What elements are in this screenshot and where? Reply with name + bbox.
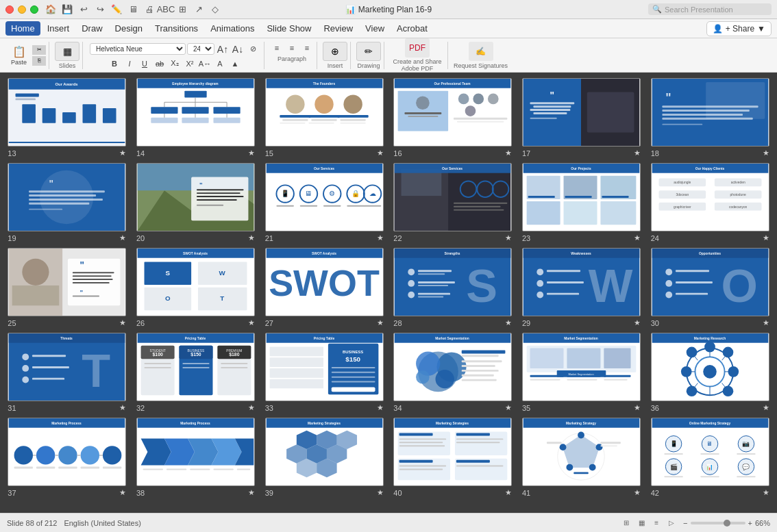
slide-star[interactable]: ★ bbox=[377, 403, 384, 412]
slide-thumbnail[interactable]: Our Projects bbox=[522, 163, 641, 231]
edit-icon[interactable]: ✏️ bbox=[110, 3, 123, 16]
share-button[interactable]: 👤 + Share ▼ bbox=[706, 21, 772, 36]
layout-icon[interactable]: ⊞ bbox=[175, 3, 189, 16]
menu-review[interactable]: Review bbox=[318, 21, 358, 36]
insert-button[interactable]: ⊕ bbox=[323, 42, 347, 61]
slide-star[interactable]: ★ bbox=[505, 318, 512, 327]
slide-item[interactable]: Our Services 📱 🖥 ⚙ 🔒 ☁ bbox=[262, 163, 386, 242]
slide-star[interactable]: ★ bbox=[248, 488, 255, 497]
slide-item[interactable]: Marketing Strategies 39 ★ bbox=[262, 418, 386, 497]
save-icon[interactable]: 💾 bbox=[60, 3, 74, 16]
italic-button[interactable]: I bbox=[123, 58, 136, 70]
slide-star[interactable]: ★ bbox=[505, 233, 512, 242]
slide-item[interactable]: Market Segmentation 34 ★ bbox=[391, 333, 515, 412]
slide-item[interactable]: Marketing Strategies bbox=[391, 418, 515, 497]
slide-item[interactable]: SWOT Analysis SWOT 27 ★ bbox=[262, 248, 386, 327]
slide-thumbnail[interactable]: Our Services bbox=[393, 163, 512, 231]
slide-star[interactable]: ★ bbox=[634, 403, 641, 412]
slide-thumbnail[interactable]: SWOT Analysis SWOT bbox=[265, 248, 384, 316]
highlight-button[interactable]: ▲ bbox=[228, 58, 242, 70]
slide-star[interactable]: ★ bbox=[248, 233, 255, 242]
slide-item[interactable]: The Founders 15 ★ bbox=[262, 78, 386, 157]
slide-item[interactable]: " " 25 ★ bbox=[5, 248, 129, 327]
slide-thumbnail[interactable]: " bbox=[651, 78, 769, 147]
slide-item[interactable]: Weaknesses W 29 ★ bbox=[520, 248, 643, 327]
slide-item[interactable]: " 18 ★ bbox=[648, 78, 772, 157]
redo-icon[interactable]: ↪ bbox=[93, 3, 107, 16]
slide-item[interactable]: Pricing Table BUSINESS $150 33 bbox=[262, 333, 386, 412]
slide-thumbnail[interactable]: " bbox=[136, 163, 255, 231]
slide-thumbnail[interactable]: Online Marketing Strategy 📱 🖥 📷 🎬 📊 💬 bbox=[651, 418, 769, 486]
create-pdf-button[interactable]: PDF bbox=[405, 38, 430, 58]
slide-item[interactable]: Employee Hierarchy diagram bbox=[134, 78, 258, 157]
slide-star[interactable]: ★ bbox=[119, 403, 126, 412]
slide-item[interactable]: Strengths S 28 ★ bbox=[391, 248, 515, 327]
slide-star[interactable]: ★ bbox=[505, 403, 512, 412]
slide-thumbnail[interactable]: Marketing Process bbox=[8, 418, 126, 486]
slide-star[interactable]: ★ bbox=[248, 403, 255, 412]
grid-view-icon[interactable]: ⊞ bbox=[620, 517, 632, 529]
slide-item[interactable]: Online Marketing Strategy 📱 🖥 📷 🎬 📊 💬 bbox=[648, 418, 772, 497]
slide-item[interactable]: SWOT Analysis S W O T 26 ★ bbox=[134, 248, 258, 327]
align-left-button[interactable]: ≡ bbox=[270, 42, 284, 54]
slide-thumbnail[interactable]: Strengths S bbox=[393, 248, 512, 316]
font-size-selector[interactable]: 24 bbox=[187, 43, 214, 55]
slide-thumbnail[interactable]: Marketing Strategies bbox=[393, 418, 512, 486]
superscript-button[interactable]: X² bbox=[183, 58, 197, 70]
slide-star[interactable]: ★ bbox=[763, 149, 769, 157]
copy-button[interactable]: ⎘ bbox=[32, 56, 46, 66]
spellcheck-icon[interactable]: ABC bbox=[159, 3, 173, 16]
slide-thumbnail[interactable]: Pricing Table BUSINESS $150 bbox=[265, 333, 384, 401]
align-right-button[interactable]: ≡ bbox=[300, 42, 314, 54]
slide-thumbnail[interactable]: The Founders bbox=[265, 78, 384, 147]
zoom-slider[interactable] bbox=[691, 522, 745, 524]
export-icon[interactable]: ↗ bbox=[192, 3, 206, 16]
menu-design[interactable]: Design bbox=[110, 21, 148, 36]
slide-item[interactable]: Marketing Research bbox=[648, 333, 772, 412]
zoom-thumb[interactable] bbox=[724, 520, 730, 527]
slide-star[interactable]: ★ bbox=[634, 233, 641, 242]
menu-view[interactable]: View bbox=[360, 21, 390, 36]
slide-item[interactable]: Marketing Strategy 41 ★ bbox=[520, 418, 643, 497]
slide-star[interactable]: ★ bbox=[377, 488, 384, 497]
slide-star[interactable]: ★ bbox=[763, 318, 769, 327]
slide-item[interactable]: " 19 ★ bbox=[5, 163, 129, 242]
slide-thumbnail[interactable]: Pricing Table STUDENT $100 BUSINESS $150… bbox=[136, 333, 255, 401]
close-button[interactable] bbox=[5, 5, 14, 14]
slide-item[interactable]: Threats T 31 ★ bbox=[5, 333, 129, 412]
zoom-in-button[interactable]: + bbox=[748, 519, 752, 527]
slide-item[interactable]: Our Awards 13 ★ bbox=[5, 78, 129, 157]
undo-icon[interactable]: ↩ bbox=[77, 3, 90, 16]
slide-star[interactable]: ★ bbox=[248, 318, 255, 327]
font-color-button[interactable]: A bbox=[213, 58, 227, 70]
search-bar[interactable]: 🔍 Search Presentation bbox=[648, 3, 772, 15]
slide-item[interactable]: Market Segmentation Market Segmentation bbox=[520, 333, 643, 412]
slide-item[interactable]: Our Professional Team 16 ★ bbox=[391, 78, 515, 157]
underline-button[interactable]: U bbox=[138, 58, 151, 70]
slide-item[interactable]: Marketing Process 38 ★ bbox=[134, 418, 258, 497]
slide-thumbnail[interactable]: Marketing Process bbox=[136, 418, 255, 486]
slide-star[interactable]: ★ bbox=[763, 488, 769, 497]
slide-thumbnail[interactable]: " bbox=[8, 163, 126, 231]
slide-item[interactable]: Our Projects 23 ★ bbox=[520, 163, 643, 242]
new-slide-button[interactable]: ▦ bbox=[55, 42, 79, 61]
request-signatures-button[interactable]: ✍ bbox=[469, 42, 493, 61]
slide-thumbnail[interactable]: Weaknesses W bbox=[522, 248, 641, 316]
font-selector[interactable]: Helvetica Neue bbox=[90, 43, 186, 55]
slide-thumbnail[interactable]: Marketing Strategies bbox=[265, 418, 384, 486]
slide-thumbnail[interactable]: Our Professional Team bbox=[393, 78, 512, 147]
home-icon[interactable]: 🏠 bbox=[44, 3, 58, 16]
slide-star[interactable]: ★ bbox=[119, 318, 126, 327]
slide-thumbnail[interactable]: Market Segmentation bbox=[393, 333, 512, 401]
drawing-button[interactable]: ✏ bbox=[356, 42, 381, 61]
menu-animations[interactable]: Animations bbox=[205, 21, 260, 36]
slide-star[interactable]: ★ bbox=[119, 233, 126, 242]
minimize-button[interactable] bbox=[18, 5, 26, 14]
slide-star[interactable]: ★ bbox=[119, 488, 126, 497]
slide-star[interactable]: ★ bbox=[377, 149, 384, 157]
slide-thumbnail[interactable]: Threats T bbox=[8, 333, 126, 401]
increase-font-button[interactable]: A↑ bbox=[216, 43, 230, 55]
menu-insert[interactable]: Insert bbox=[42, 21, 75, 36]
present-icon[interactable]: 🖥 bbox=[126, 3, 140, 16]
slide-item[interactable]: " 17 ★ bbox=[520, 78, 643, 157]
